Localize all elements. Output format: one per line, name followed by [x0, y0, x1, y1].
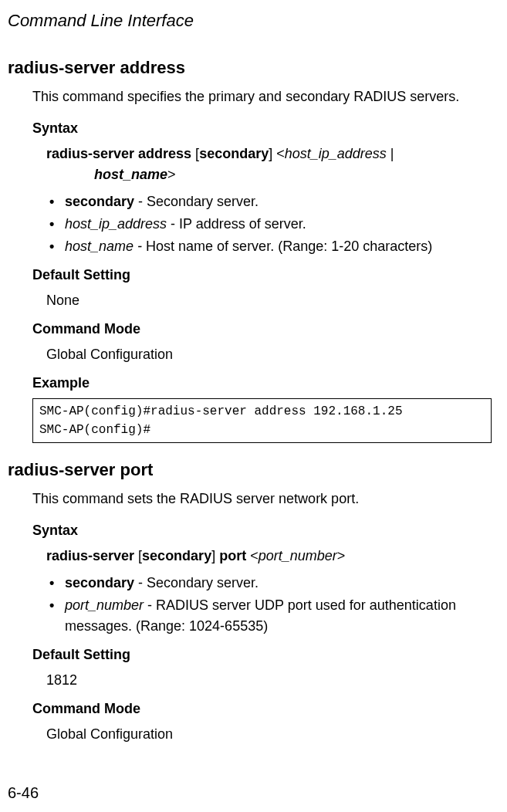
param-name: port_number	[65, 597, 144, 613]
syntax-text: ] <	[269, 146, 285, 161]
param-dash: -	[134, 239, 146, 254]
syntax-text: [	[191, 146, 199, 161]
syntax-line: radius-server [secondary] port <port_num…	[46, 546, 492, 567]
list-item: host_name - Host name of server. (Range:…	[46, 236, 492, 257]
section-title-radius-port: radius-server port	[8, 457, 492, 482]
syntax-keyword: secondary	[142, 548, 211, 563]
param-desc: Host name of server. (Range: 1-20 charac…	[146, 239, 432, 254]
syntax-text: ]	[211, 548, 219, 563]
syntax-cmd: radius-server	[46, 548, 134, 563]
syntax-heading: Syntax	[32, 520, 492, 541]
param-name: secondary	[65, 575, 134, 590]
default-value: None	[46, 290, 492, 311]
syntax-text: >	[167, 167, 176, 182]
param-name: host_name	[65, 239, 134, 254]
param-name: host_ip_address	[65, 216, 167, 232]
param-desc: - Secondary server.	[134, 194, 259, 209]
syntax-param: port_number	[259, 548, 337, 563]
list-item: secondary - Secondary server.	[46, 573, 492, 594]
section-title-radius-address: radius-server address	[8, 55, 492, 80]
list-item: host_ip_address - IP address of server.	[46, 214, 492, 235]
param-name: secondary	[65, 194, 134, 209]
syntax-heading: Syntax	[32, 118, 492, 139]
syntax-text: <	[246, 548, 259, 563]
mode-value: Global Configuration	[46, 724, 492, 745]
parameter-list: secondary - Secondary server. host_ip_ad…	[46, 191, 492, 257]
example-heading: Example	[32, 373, 492, 394]
syntax-text: [	[134, 548, 142, 563]
syntax-text: >	[337, 548, 346, 563]
syntax-keyword: port	[219, 548, 246, 563]
param-desc: - IP address of server.	[167, 216, 306, 232]
mode-heading: Command Mode	[32, 319, 492, 340]
section-description: This command specifies the primary and s…	[32, 86, 492, 107]
list-item: secondary - Secondary server.	[46, 191, 492, 212]
example-code-block: SMC-AP(config)#radius-server address 192…	[32, 398, 492, 443]
param-desc: - Secondary server.	[134, 575, 259, 590]
syntax-cmd: radius-server address	[46, 146, 191, 161]
default-heading: Default Setting	[32, 645, 492, 665]
mode-heading: Command Mode	[32, 699, 492, 719]
syntax-text: |	[387, 146, 394, 161]
syntax-param: host_name	[94, 167, 167, 182]
syntax-param: host_ip_address	[285, 146, 387, 161]
page-header: Command Line Interface	[8, 8, 492, 33]
default-heading: Default Setting	[32, 265, 492, 286]
syntax-line: radius-server address [secondary] <host_…	[46, 144, 492, 185]
list-item: port_number - RADIUS server UDP port use…	[46, 595, 492, 637]
syntax-keyword: secondary	[199, 146, 269, 161]
parameter-list: secondary - Secondary server. port_numbe…	[46, 573, 492, 637]
page-number: 6-46	[8, 781, 39, 804]
default-value: 1812	[46, 670, 492, 691]
section-description: This command sets the RADIUS server netw…	[32, 489, 492, 509]
mode-value: Global Configuration	[46, 344, 492, 365]
